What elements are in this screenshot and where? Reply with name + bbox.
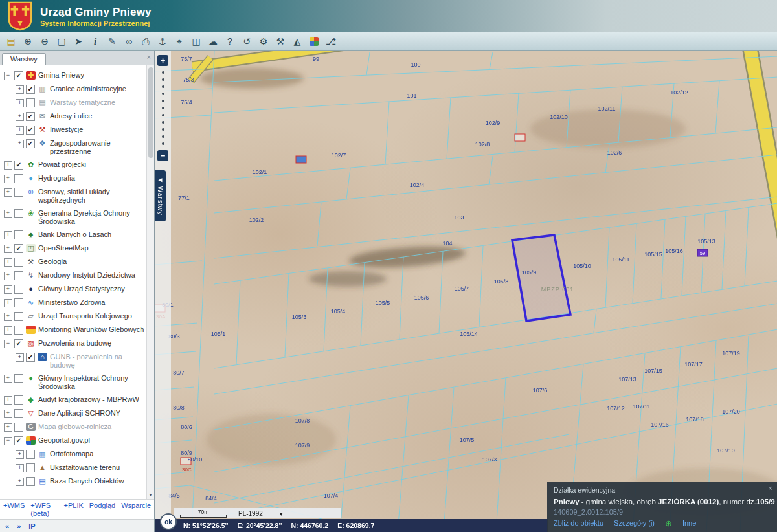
expand-toggle[interactable]: + bbox=[16, 113, 24, 121]
previous-view-icon[interactable]: ↺ bbox=[239, 34, 254, 49]
layer-label[interactable]: Zagospodarowanie przestrzenne bbox=[50, 139, 145, 156]
layer-label[interactable]: Geologia bbox=[38, 258, 67, 266]
layer-label[interactable]: Hydrografia bbox=[38, 174, 75, 183]
layer-checkbox[interactable] bbox=[14, 312, 23, 321]
layer-checkbox[interactable]: ✔ bbox=[26, 112, 35, 121]
layer-checkbox[interactable] bbox=[14, 423, 23, 432]
layer-checkbox[interactable] bbox=[14, 409, 23, 418]
layer-checkbox[interactable] bbox=[14, 174, 23, 183]
tree-scrollbar[interactable]: ▼ bbox=[146, 65, 154, 499]
flip-compare-icon[interactable]: ◭ bbox=[289, 34, 305, 49]
expand-toggle[interactable]: + bbox=[16, 353, 24, 362]
zoom-out-button[interactable]: − bbox=[157, 150, 168, 161]
expand-toggle[interactable]: − bbox=[4, 72, 12, 80]
select-area-icon[interactable]: ▢ bbox=[54, 34, 69, 49]
layer-checkbox[interactable]: ✔ bbox=[14, 436, 23, 445]
link-wsparcie[interactable]: Wsparcie bbox=[121, 502, 151, 517]
expand-toggle[interactable]: − bbox=[4, 437, 12, 445]
anchor-icon[interactable]: ⚓ bbox=[155, 34, 170, 49]
ok-button[interactable]: ok bbox=[160, 513, 177, 530]
zoom-in-icon[interactable]: ⊕ bbox=[20, 34, 36, 49]
expand-toggle[interactable]: + bbox=[4, 210, 12, 218]
panel-close-icon[interactable]: × bbox=[147, 53, 151, 61]
expand-toggle[interactable]: + bbox=[16, 140, 24, 148]
nav-next-button[interactable]: » bbox=[17, 522, 21, 530]
link-podglad[interactable]: Podgląd bbox=[89, 502, 115, 517]
expand-toggle[interactable]: + bbox=[16, 478, 24, 486]
layer-label[interactable]: Ministerstwo Zdrowia bbox=[38, 298, 105, 307]
layer-checkbox[interactable] bbox=[14, 298, 23, 307]
zoom-level-dot[interactable] bbox=[162, 93, 164, 95]
layer-label[interactable]: Główny Inspektorat Ochrony Środowiska bbox=[38, 374, 145, 391]
layer-label[interactable]: OpenStreetMap bbox=[38, 244, 89, 252]
layer-label[interactable]: Inwestycje bbox=[50, 126, 83, 134]
link-plik[interactable]: +PLIK bbox=[64, 502, 84, 517]
print-icon[interactable]: ⎙ bbox=[138, 34, 153, 49]
info-icon[interactable]: i bbox=[87, 34, 103, 49]
layer-checkbox[interactable]: ✔ bbox=[26, 139, 35, 148]
map-canvas[interactable]: 30A30C59 75/79910075/3101102/1275/4102/1… bbox=[155, 51, 777, 532]
expand-toggle[interactable]: + bbox=[4, 299, 12, 307]
layer-label[interactable]: Powiat grójecki bbox=[38, 161, 86, 169]
link-wfs[interactable]: +WFS (beta) bbox=[30, 502, 58, 517]
zoom-out-icon[interactable]: ⊖ bbox=[37, 34, 52, 49]
layer-checkbox[interactable] bbox=[26, 463, 35, 472]
collapse-layers-tab[interactable]: ◄ Warstwy bbox=[155, 170, 166, 221]
expand-toggle[interactable]: + bbox=[4, 423, 12, 432]
layer-checkbox[interactable] bbox=[26, 450, 35, 459]
layer-checkbox[interactable] bbox=[14, 374, 23, 383]
expand-toggle[interactable]: + bbox=[4, 313, 12, 321]
layer-label[interactable]: Generalna Dyrekcja Ochrony Środowiska bbox=[38, 209, 145, 226]
expand-toggle[interactable]: + bbox=[4, 188, 12, 197]
layer-label[interactable]: GUNB - pozwolenia na budowę bbox=[50, 353, 145, 370]
layer-label[interactable]: Geoportal.gov.pl bbox=[38, 436, 90, 445]
expand-toggle[interactable]: + bbox=[4, 410, 12, 418]
zoom-level-dot[interactable] bbox=[162, 114, 164, 116]
measure-icon[interactable]: ✎ bbox=[104, 34, 120, 49]
link-icon[interactable]: ∞ bbox=[121, 34, 137, 49]
layer-label[interactable]: Pozwolenia na budowę bbox=[38, 339, 111, 348]
share-icon[interactable]: ⎇ bbox=[323, 34, 339, 49]
tools-icon[interactable]: ⚒ bbox=[273, 34, 288, 49]
layer-checkbox[interactable]: ✔ bbox=[26, 353, 35, 362]
expand-toggle[interactable]: + bbox=[4, 375, 12, 383]
zoom-level-dot[interactable] bbox=[162, 100, 164, 102]
layer-checkbox[interactable]: ✔ bbox=[14, 339, 23, 348]
expand-toggle[interactable]: + bbox=[16, 85, 24, 94]
close-icon[interactable]: × bbox=[769, 484, 772, 492]
pointer-icon[interactable]: ➤ bbox=[71, 34, 86, 49]
link-ip[interactable]: IP bbox=[28, 522, 35, 530]
layer-checkbox[interactable] bbox=[14, 326, 23, 335]
layer-checkbox[interactable]: ✔ bbox=[14, 244, 23, 253]
layer-label[interactable]: Bank Danych o Lasach bbox=[38, 230, 111, 239]
zoom-level-dot[interactable] bbox=[162, 128, 164, 131]
zoom-level-dot[interactable] bbox=[162, 71, 164, 74]
layer-label[interactable]: Główny Urząd Statystyczny bbox=[38, 285, 125, 293]
layer-checkbox[interactable] bbox=[14, 188, 23, 197]
layer-label[interactable]: Granice administracyjne bbox=[50, 85, 126, 93]
expand-toggle[interactable]: − bbox=[4, 340, 12, 348]
zoom-level-dot[interactable] bbox=[162, 107, 164, 109]
layer-label[interactable]: Monitoring Warunków Glebowych bbox=[38, 326, 144, 334]
layer-label[interactable]: Osnowy, siatki i układy współrzędnych bbox=[38, 188, 145, 205]
zoom-level-dot[interactable] bbox=[162, 142, 164, 145]
other-link[interactable]: Inne bbox=[682, 519, 696, 527]
layer-checkbox[interactable]: ✔ bbox=[26, 85, 35, 94]
expand-toggle[interactable]: + bbox=[16, 126, 24, 135]
projection-select[interactable]: PL-1992 ▾ bbox=[238, 510, 283, 517]
layer-label[interactable]: Gmina Pniewy bbox=[38, 71, 84, 80]
zoom-level-dot[interactable] bbox=[162, 78, 164, 81]
expand-toggle[interactable]: + bbox=[4, 396, 12, 405]
layer-label[interactable]: Narodowy Instytut Dziedzictwa bbox=[38, 271, 135, 280]
layer-label[interactable]: Warstwy tematyczne bbox=[50, 98, 115, 107]
expand-toggle[interactable]: + bbox=[16, 464, 24, 472]
comment-icon[interactable]: ☁ bbox=[205, 34, 221, 49]
layer-checkbox[interactable] bbox=[26, 98, 35, 107]
expand-toggle[interactable]: + bbox=[4, 231, 12, 239]
layer-label[interactable]: Adresy i ulice bbox=[50, 112, 92, 120]
zoom-level-dot[interactable] bbox=[162, 85, 164, 88]
layer-checkbox[interactable]: ✔ bbox=[26, 126, 35, 135]
help-icon[interactable]: ? bbox=[222, 34, 238, 49]
layer-label[interactable]: Ortofotomapa bbox=[50, 450, 93, 458]
expand-toggle[interactable]: + bbox=[16, 99, 24, 107]
